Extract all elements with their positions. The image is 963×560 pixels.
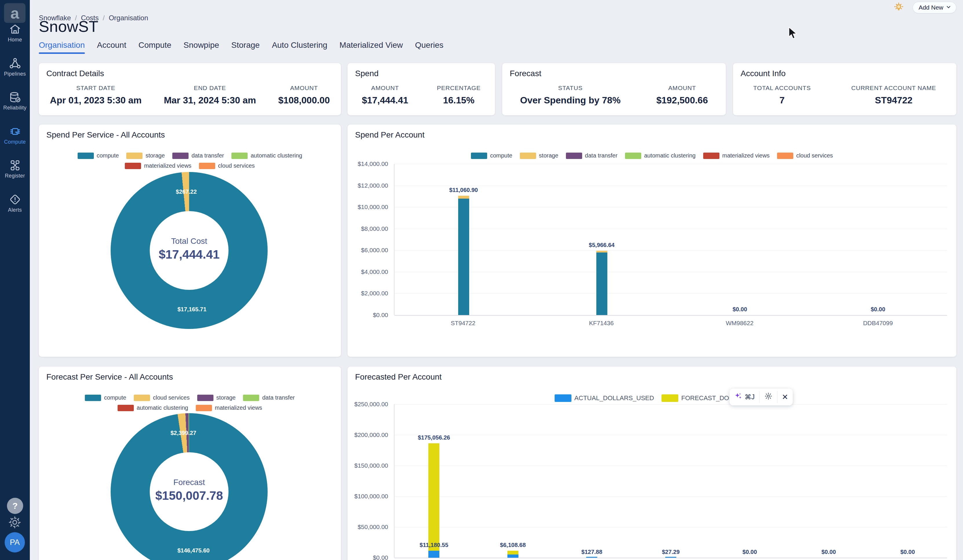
- legend-item[interactable]: compute: [471, 152, 512, 159]
- legend-swatch: [196, 405, 212, 411]
- legend-label: automatic clustering: [137, 405, 188, 411]
- legend-item[interactable]: automatic clustering: [118, 405, 188, 411]
- bar-segment-compute[interactable]: [597, 252, 607, 315]
- bar-slot: $6,108.68: [473, 404, 553, 558]
- legend-item[interactable]: materialized views: [196, 405, 262, 411]
- help-button[interactable]: ?: [7, 498, 23, 514]
- sidebar-item-home[interactable]: Home: [0, 23, 30, 43]
- field-value: 7: [753, 95, 811, 106]
- tab-auto-clustering[interactable]: Auto Clustering: [272, 40, 327, 54]
- close-icon: ✕: [782, 393, 788, 401]
- bar-segment-forecast_dollars[interactable]: [507, 551, 519, 555]
- add-new-button[interactable]: Add New: [913, 2, 957, 13]
- legend-label: materialized views: [722, 152, 770, 159]
- legend-swatch: [625, 152, 641, 159]
- field-value: $108,000.00: [278, 95, 330, 106]
- chart-title: Forecasted Per Account: [355, 372, 442, 382]
- bar[interactable]: [597, 251, 607, 315]
- sidebar-item-register[interactable]: Register: [0, 159, 30, 179]
- legend-label: cloud services: [218, 162, 255, 169]
- tab-account[interactable]: Account: [97, 40, 126, 54]
- legend-row: computestoragedata transferautomatic clu…: [39, 152, 341, 159]
- y-axis-tick: $250,000.00: [350, 401, 388, 408]
- legend-item[interactable]: storage: [126, 152, 165, 159]
- legend-item[interactable]: materialized views: [703, 152, 770, 159]
- bar-segment-storage[interactable]: [458, 196, 469, 199]
- card-field: STATUSOver Spending by 78%: [520, 84, 621, 106]
- legend-swatch: [232, 152, 248, 159]
- tab-materialized-view[interactable]: Materialized View: [339, 40, 403, 54]
- user-avatar[interactable]: PA: [5, 532, 25, 552]
- sidebar-item-reliability[interactable]: Reliability: [0, 91, 30, 111]
- bar-segment-actual_dollars_used[interactable]: [507, 555, 519, 558]
- legend-item[interactable]: cloud services: [777, 152, 833, 159]
- legend-item[interactable]: cloud services: [134, 394, 190, 401]
- bar-value-label: $175,056.26: [418, 434, 450, 441]
- tab-storage[interactable]: Storage: [232, 40, 260, 54]
- legend-item[interactable]: automatic clustering: [232, 152, 302, 159]
- bar[interactable]: [665, 557, 676, 558]
- bar-slot: $0.00: [671, 164, 809, 315]
- bar-segment-actual_dollars_used[interactable]: [428, 551, 439, 558]
- bar-segment-compute[interactable]: [458, 199, 469, 315]
- donut-chart[interactable]: Total Cost$17,444.41$17,165.71$267.22: [111, 172, 268, 329]
- bar[interactable]: [507, 551, 519, 558]
- tab-bar: OrganisationAccountComputeSnowpipeStorag…: [39, 40, 443, 54]
- tab-queries[interactable]: Queries: [415, 40, 443, 54]
- legend-item[interactable]: cloud services: [199, 162, 255, 169]
- legend-item[interactable]: storage: [520, 152, 558, 159]
- card-field: AMOUNT$192,500.66: [656, 84, 708, 106]
- bar-segment-forecast_dollars[interactable]: [428, 443, 439, 551]
- legend-item[interactable]: data transfer: [243, 394, 295, 401]
- sidebar-item-label: Home: [0, 37, 30, 43]
- sidebar-item-alerts[interactable]: Alerts: [0, 193, 30, 213]
- slice-label: $2,399.27: [170, 430, 196, 436]
- reliability-icon: [9, 91, 21, 104]
- donut-chart[interactable]: Forecast$150,007.78$146,475.60$2,399.27: [111, 413, 268, 560]
- x-axis-label: ST94722: [451, 320, 475, 327]
- legend-label: data transfer: [191, 152, 224, 159]
- field-label: TOTAL ACCOUNTS: [753, 84, 811, 92]
- legend-row: computestoragedata transferautomatic clu…: [347, 152, 957, 159]
- sidebar-item-pipelines[interactable]: Pipelines: [0, 57, 30, 77]
- bar[interactable]: [428, 443, 439, 558]
- legend-item[interactable]: materialized views: [125, 162, 191, 169]
- legend-item[interactable]: data transfer: [566, 152, 618, 159]
- card-title: Spend: [355, 69, 379, 78]
- bar-segment-actual_dollars_used[interactable]: [665, 557, 676, 558]
- bar-segment-storage[interactable]: [597, 251, 607, 253]
- tab-snowpipe[interactable]: Snowpipe: [184, 40, 219, 54]
- legend-swatch: [197, 395, 214, 401]
- app-logo[interactable]: a: [4, 3, 26, 23]
- pipelines-icon: [9, 57, 21, 70]
- legend-label: cloud services: [153, 394, 190, 401]
- legend-item[interactable]: compute: [85, 394, 126, 401]
- card-title: Forecast: [510, 69, 541, 78]
- toolbar-close-button[interactable]: ✕: [777, 388, 793, 405]
- legend-item[interactable]: data transfer: [172, 152, 224, 159]
- legend-item[interactable]: storage: [197, 394, 236, 401]
- legend-label: automatic clustering: [644, 152, 696, 159]
- help-icon: ?: [13, 501, 18, 511]
- tab-compute[interactable]: Compute: [138, 40, 172, 54]
- legend-swatch: [78, 152, 94, 159]
- lightbulb-icon[interactable]: [893, 2, 904, 13]
- tab-organisation[interactable]: Organisation: [39, 40, 85, 54]
- card-field: START DATEApr 01, 2023 5:30 am: [50, 84, 142, 106]
- chart-title: Forecast Per Service - All Accounts: [46, 372, 173, 382]
- bar[interactable]: [458, 196, 469, 315]
- legend-label: data transfer: [585, 152, 618, 159]
- field-label: AMOUNT: [656, 84, 708, 92]
- bar-segment-actual_dollars_used[interactable]: [586, 557, 597, 558]
- settings-button[interactable]: [8, 515, 22, 529]
- toolbar-settings-button[interactable]: [760, 388, 777, 405]
- legend-item[interactable]: compute: [78, 152, 119, 159]
- chart-legend: computestoragedata transferautomatic clu…: [39, 152, 341, 169]
- sidebar-item-compute[interactable]: Compute: [0, 125, 30, 145]
- ai-shortcut-button[interactable]: ⌘J: [730, 388, 759, 405]
- legend-item[interactable]: automatic clustering: [625, 152, 696, 159]
- y-axis-tick: $200,000.00: [350, 431, 388, 439]
- bar[interactable]: [586, 557, 597, 558]
- legend-item[interactable]: ACTUAL_DOLLARS_USED: [554, 394, 654, 402]
- legend-label: storage: [216, 394, 236, 401]
